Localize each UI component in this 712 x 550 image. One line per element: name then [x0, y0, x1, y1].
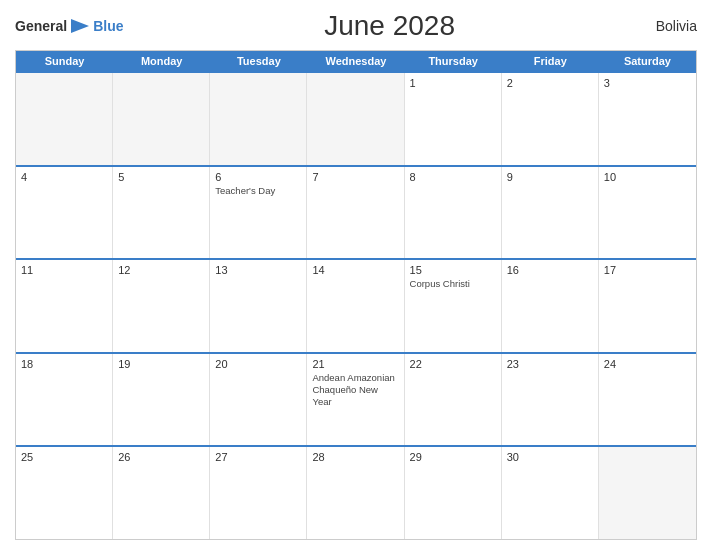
day-number: 16 [507, 264, 593, 276]
calendar-cell-w4-d4: 21Andean Amazonian Chaqueño New Year [307, 354, 404, 446]
header-tuesday: Tuesday [210, 51, 307, 71]
calendar-cell-w1-d1 [16, 73, 113, 165]
calendar-cell-w1-d2 [113, 73, 210, 165]
logo: General Blue [15, 18, 123, 34]
calendar-cell-w5-d4: 28 [307, 447, 404, 539]
day-number: 17 [604, 264, 691, 276]
day-number: 18 [21, 358, 107, 370]
day-number: 5 [118, 171, 204, 183]
calendar-week-5: 252627282930 [16, 445, 696, 539]
page-title: June 2028 [123, 10, 655, 42]
calendar-header: Sunday Monday Tuesday Wednesday Thursday… [16, 51, 696, 71]
header-sunday: Sunday [16, 51, 113, 71]
day-number: 29 [410, 451, 496, 463]
calendar-cell-w3-d1: 11 [16, 260, 113, 352]
day-number: 8 [410, 171, 496, 183]
calendar-cell-w2-d2: 5 [113, 167, 210, 259]
calendar-cell-w4-d5: 22 [405, 354, 502, 446]
header-friday: Friday [502, 51, 599, 71]
calendar-cell-w5-d3: 27 [210, 447, 307, 539]
day-number: 25 [21, 451, 107, 463]
day-number: 1 [410, 77, 496, 89]
calendar-week-3: 1112131415Corpus Christi1617 [16, 258, 696, 352]
calendar-cell-w5-d2: 26 [113, 447, 210, 539]
logo-general-text: General [15, 18, 67, 34]
calendar-cell-w3-d6: 16 [502, 260, 599, 352]
calendar-cell-w4-d1: 18 [16, 354, 113, 446]
logo-flag-icon [71, 19, 89, 33]
calendar-cell-w4-d2: 19 [113, 354, 210, 446]
calendar-cell-w4-d6: 23 [502, 354, 599, 446]
calendar-cell-w3-d3: 13 [210, 260, 307, 352]
calendar-cell-w1-d6: 2 [502, 73, 599, 165]
calendar-event: Teacher's Day [215, 185, 301, 197]
calendar-page: General Blue June 2028 Bolivia Sunday Mo… [0, 0, 712, 550]
calendar-cell-w1-d3 [210, 73, 307, 165]
calendar-cell-w2-d6: 9 [502, 167, 599, 259]
calendar-cell-w1-d4 [307, 73, 404, 165]
calendar-cell-w2-d3: 6Teacher's Day [210, 167, 307, 259]
header-thursday: Thursday [405, 51, 502, 71]
day-number: 23 [507, 358, 593, 370]
calendar-cell-w2-d1: 4 [16, 167, 113, 259]
calendar-week-4: 18192021Andean Amazonian Chaqueño New Ye… [16, 352, 696, 446]
day-number: 22 [410, 358, 496, 370]
day-number: 13 [215, 264, 301, 276]
calendar-cell-w1-d7: 3 [599, 73, 696, 165]
calendar-event: Andean Amazonian Chaqueño New Year [312, 372, 398, 409]
calendar-cell-w4-d3: 20 [210, 354, 307, 446]
day-number: 30 [507, 451, 593, 463]
calendar-cell-w1-d5: 1 [405, 73, 502, 165]
calendar-week-1: 123 [16, 71, 696, 165]
calendar-cell-w3-d7: 17 [599, 260, 696, 352]
calendar-cell-w2-d4: 7 [307, 167, 404, 259]
calendar-cell-w4-d7: 24 [599, 354, 696, 446]
day-number: 12 [118, 264, 204, 276]
calendar-week-2: 456Teacher's Day78910 [16, 165, 696, 259]
calendar-cell-w3-d5: 15Corpus Christi [405, 260, 502, 352]
day-number: 9 [507, 171, 593, 183]
calendar-cell-w5-d1: 25 [16, 447, 113, 539]
header-monday: Monday [113, 51, 210, 71]
day-number: 28 [312, 451, 398, 463]
day-number: 15 [410, 264, 496, 276]
day-number: 24 [604, 358, 691, 370]
calendar-cell-w2-d5: 8 [405, 167, 502, 259]
calendar-cell-w5-d6: 30 [502, 447, 599, 539]
calendar-cell-w5-d7 [599, 447, 696, 539]
calendar: Sunday Monday Tuesday Wednesday Thursday… [15, 50, 697, 540]
day-number: 10 [604, 171, 691, 183]
country-label: Bolivia [656, 18, 697, 34]
calendar-cell-w5-d5: 29 [405, 447, 502, 539]
day-number: 26 [118, 451, 204, 463]
day-number: 2 [507, 77, 593, 89]
day-number: 6 [215, 171, 301, 183]
calendar-body: 123456Teacher's Day789101112131415Corpus… [16, 71, 696, 539]
calendar-cell-w3-d2: 12 [113, 260, 210, 352]
header-wednesday: Wednesday [307, 51, 404, 71]
calendar-event: Corpus Christi [410, 278, 496, 290]
header-saturday: Saturday [599, 51, 696, 71]
svg-marker-0 [71, 19, 89, 33]
day-number: 27 [215, 451, 301, 463]
page-header: General Blue June 2028 Bolivia [15, 10, 697, 42]
day-number: 7 [312, 171, 398, 183]
day-number: 19 [118, 358, 204, 370]
logo-blue-text: Blue [93, 18, 123, 34]
day-number: 11 [21, 264, 107, 276]
day-number: 21 [312, 358, 398, 370]
calendar-cell-w2-d7: 10 [599, 167, 696, 259]
calendar-cell-w3-d4: 14 [307, 260, 404, 352]
day-number: 14 [312, 264, 398, 276]
day-number: 4 [21, 171, 107, 183]
day-number: 20 [215, 358, 301, 370]
day-number: 3 [604, 77, 691, 89]
